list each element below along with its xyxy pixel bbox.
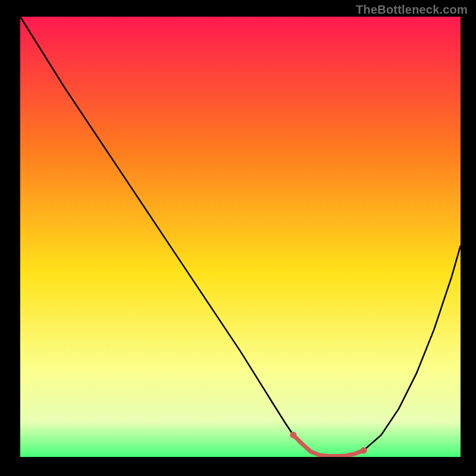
plot-area (20, 17, 461, 457)
chart-container: TheBottleneck.com (0, 0, 476, 476)
optimal-range-end-dot (361, 447, 367, 453)
gradient-background (20, 17, 461, 457)
chart-svg (20, 17, 461, 457)
optimal-range-start-dot (290, 432, 296, 439)
watermark-label: TheBottleneck.com (356, 3, 468, 17)
